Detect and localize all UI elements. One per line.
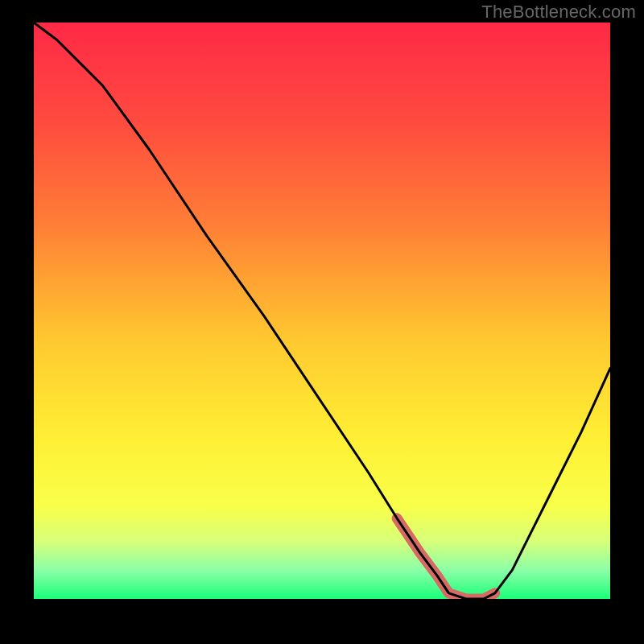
watermark-text: TheBottleneck.com (481, 2, 636, 23)
chart-svg (34, 23, 610, 599)
chart-stage: TheBottleneck.com (0, 0, 644, 644)
plot-area (34, 23, 610, 599)
